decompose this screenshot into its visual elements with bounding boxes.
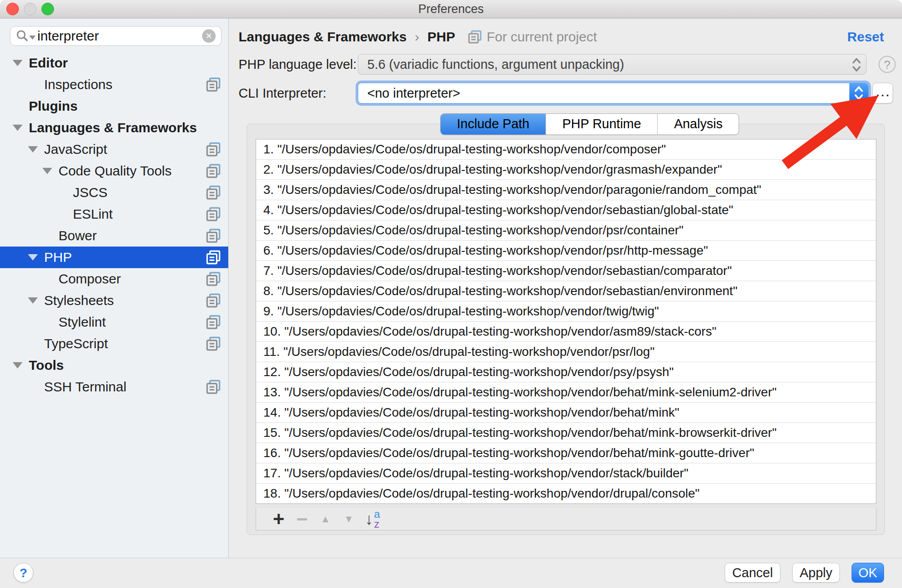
browse-interpreters-button[interactable]: … bbox=[872, 83, 893, 103]
sort-alphabetically-button[interactable]: ↓ az bbox=[365, 509, 380, 529]
sidebar-item-javascript[interactable]: JavaScript bbox=[0, 139, 228, 160]
include-path-row[interactable]: 10. "/Users/opdavies/Code/os/drupal-test… bbox=[256, 322, 876, 342]
include-path-list: 1. "/Users/opdavies/Code/os/drupal-testi… bbox=[256, 139, 876, 504]
ok-button[interactable]: OK bbox=[852, 563, 884, 583]
include-path-row[interactable]: 11. "/Users/opdavies/Code/os/drupal-test… bbox=[256, 342, 876, 362]
zoom-window-button[interactable] bbox=[41, 3, 54, 15]
expand-arrow-icon[interactable] bbox=[13, 125, 23, 131]
expand-arrow-icon[interactable] bbox=[13, 362, 23, 368]
titlebar: Preferences bbox=[0, 0, 902, 18]
sidebar-item-typescript[interactable]: TypeScript bbox=[0, 333, 228, 355]
expand-arrow-icon[interactable] bbox=[28, 146, 38, 153]
search-options-caret-icon[interactable] bbox=[29, 36, 36, 40]
include-path-row[interactable]: 13. "/Users/opdavies/Code/os/drupal-test… bbox=[256, 382, 876, 403]
breadcrumb-separator-icon: › bbox=[415, 29, 419, 45]
project-copy-icon bbox=[206, 163, 221, 179]
move-up-button[interactable]: ▲ bbox=[314, 513, 337, 525]
expand-arrow-icon[interactable] bbox=[28, 254, 38, 260]
tab-include-path[interactable]: Include Path bbox=[441, 114, 546, 135]
include-path-row[interactable]: 18. "/Users/opdavies/Code/os/drupal-test… bbox=[256, 484, 876, 503]
tab-analysis[interactable]: Analysis bbox=[657, 114, 739, 135]
breadcrumb-php[interactable]: PHP bbox=[427, 29, 455, 45]
sidebar-item-stylelint[interactable]: Stylelint bbox=[0, 311, 228, 333]
project-copy-icon bbox=[206, 336, 221, 351]
minimize-window-button[interactable] bbox=[24, 3, 36, 15]
sidebar-item-php[interactable]: PHP bbox=[0, 247, 228, 268]
include-path-row[interactable]: 6. "/Users/opdavies/Code/os/drupal-testi… bbox=[256, 241, 876, 261]
include-path-panel: 1. "/Users/opdavies/Code/os/drupal-testi… bbox=[247, 124, 885, 535]
include-path-row[interactable]: 2. "/Users/opdavies/Code/os/drupal-testi… bbox=[256, 160, 876, 180]
scope-label: For current project bbox=[487, 29, 597, 45]
preferences-window: Preferences interpreter ✕ Editor Inspect… bbox=[0, 0, 902, 588]
cli-interpreter-select[interactable]: <no interpreter> bbox=[358, 83, 869, 103]
window-title: Preferences bbox=[0, 0, 902, 18]
project-copy-icon bbox=[206, 228, 221, 243]
expand-arrow-icon[interactable] bbox=[42, 168, 52, 174]
project-copy-icon bbox=[206, 379, 221, 395]
settings-tree: Editor Inspections Plugins Languages & F… bbox=[0, 52, 228, 398]
include-path-row[interactable]: 7. "/Users/opdavies/Code/os/drupal-testi… bbox=[256, 261, 876, 281]
stepper-arrows-icon[interactable] bbox=[851, 57, 862, 73]
breadcrumb: Languages & Frameworks › PHP For current… bbox=[239, 28, 597, 46]
dialog-footer: ? Cancel Apply OK bbox=[0, 558, 902, 588]
sort-arrow-icon: ↓ bbox=[365, 510, 373, 529]
move-down-button[interactable]: ▼ bbox=[337, 513, 361, 525]
include-path-row[interactable]: 8. "/Users/opdavies/Code/os/drupal-testi… bbox=[256, 281, 876, 301]
cancel-button[interactable]: Cancel bbox=[725, 563, 780, 583]
include-path-row[interactable]: 15. "/Users/opdavies/Code/os/drupal-test… bbox=[256, 423, 876, 443]
project-copy-icon bbox=[206, 271, 221, 287]
project-copy-icon bbox=[206, 293, 221, 308]
help-button[interactable]: ? bbox=[14, 563, 33, 583]
project-copy-icon bbox=[468, 30, 482, 44]
sidebar-item-editor[interactable]: Editor bbox=[0, 52, 228, 74]
tab-php-runtime[interactable]: PHP Runtime bbox=[546, 114, 657, 135]
include-path-toolbar: + − ▲ ▼ ↓ az bbox=[256, 508, 876, 530]
sidebar-item-stylesheets[interactable]: Stylesheets bbox=[0, 290, 228, 311]
project-copy-icon bbox=[206, 142, 221, 157]
sidebar-item-tools[interactable]: Tools bbox=[0, 355, 228, 376]
sidebar-item-jscs[interactable]: JSCS bbox=[0, 182, 228, 203]
close-window-button[interactable] bbox=[6, 3, 19, 15]
expand-arrow-icon[interactable] bbox=[28, 297, 38, 304]
include-path-row[interactable]: 1. "/Users/opdavies/Code/os/drupal-testi… bbox=[256, 139, 876, 160]
reset-link[interactable]: Reset bbox=[847, 28, 884, 46]
sidebar-item-plugins[interactable]: Plugins bbox=[0, 95, 228, 117]
cli-interpreter-label: CLI Interpreter: bbox=[239, 83, 326, 103]
include-path-row[interactable]: 9. "/Users/opdavies/Code/os/drupal-testi… bbox=[256, 301, 876, 322]
apply-button[interactable]: Apply bbox=[792, 563, 840, 583]
php-settings-tabs: Include Path PHP Runtime Analysis bbox=[440, 113, 739, 135]
project-copy-icon bbox=[206, 77, 221, 92]
include-path-row[interactable]: 17. "/Users/opdavies/Code/os/drupal-test… bbox=[256, 463, 876, 484]
search-clear-button[interactable]: ✕ bbox=[202, 29, 216, 43]
sidebar-item-languages-frameworks[interactable]: Languages & Frameworks bbox=[0, 117, 228, 139]
language-level-label: PHP language level: bbox=[239, 54, 356, 75]
language-level-select[interactable]: 5.6 (variadic functions, argument unpack… bbox=[358, 54, 866, 75]
sidebar-item-bower[interactable]: Bower bbox=[0, 225, 228, 247]
sidebar-item-ssh-terminal[interactable]: SSH Terminal bbox=[0, 376, 228, 398]
settings-search-field[interactable]: interpreter ✕ bbox=[10, 26, 221, 46]
language-level-help-button[interactable]: ? bbox=[879, 56, 896, 73]
add-path-button[interactable]: + bbox=[267, 509, 290, 529]
breadcrumb-languages-frameworks[interactable]: Languages & Frameworks bbox=[239, 29, 406, 45]
include-path-row[interactable]: 12. "/Users/opdavies/Code/os/drupal-test… bbox=[256, 362, 876, 382]
sidebar-item-inspections[interactable]: Inspections bbox=[0, 74, 228, 95]
include-path-row[interactable]: 5. "/Users/opdavies/Code/os/drupal-testi… bbox=[256, 220, 876, 241]
sidebar-item-code-quality-tools[interactable]: Code Quality Tools bbox=[0, 160, 228, 182]
sidebar-item-composer[interactable]: Composer bbox=[0, 268, 228, 290]
sidebar-item-eslint[interactable]: ESLint bbox=[0, 203, 228, 225]
search-icon bbox=[16, 29, 29, 43]
settings-sidebar: interpreter ✕ Editor Inspections Plugins… bbox=[0, 18, 229, 558]
search-input-value[interactable]: interpreter bbox=[37, 28, 202, 44]
include-path-row[interactable]: 14. "/Users/opdavies/Code/os/drupal-test… bbox=[256, 403, 876, 423]
expand-arrow-icon[interactable] bbox=[13, 60, 23, 66]
include-path-row[interactable]: 4. "/Users/opdavies/Code/os/drupal-testi… bbox=[256, 200, 876, 220]
project-copy-icon bbox=[206, 250, 221, 265]
project-copy-icon bbox=[206, 206, 221, 222]
include-path-row[interactable]: 16. "/Users/opdavies/Code/os/drupal-test… bbox=[256, 443, 876, 463]
project-copy-icon bbox=[206, 185, 221, 200]
remove-path-button[interactable]: − bbox=[290, 509, 314, 529]
include-path-row[interactable]: 3. "/Users/opdavies/Code/os/drupal-testi… bbox=[256, 180, 876, 200]
project-copy-icon bbox=[206, 314, 221, 330]
stepper-arrows-icon[interactable] bbox=[849, 83, 868, 103]
